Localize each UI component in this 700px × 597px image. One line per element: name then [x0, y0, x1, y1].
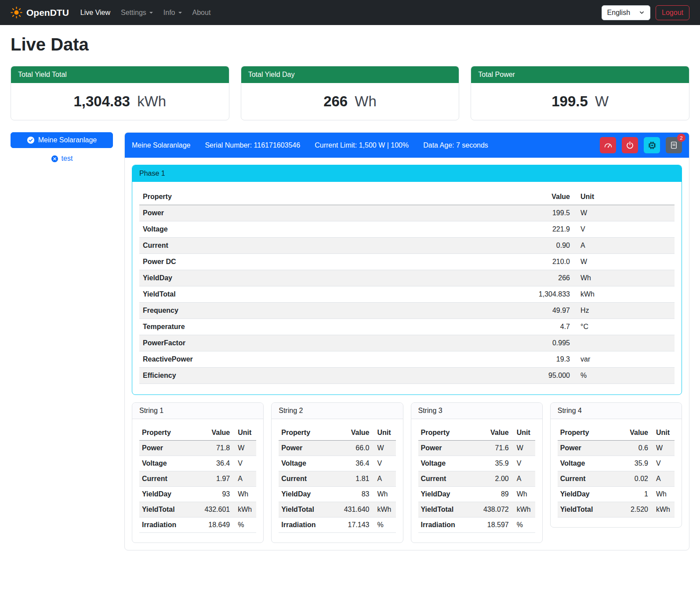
nav-item-about[interactable]: About [187, 5, 216, 20]
table-row: Current 1.81 A [279, 471, 395, 487]
row-property: Power [418, 441, 471, 456]
table-row: YieldTotal 432.601 kWh [139, 502, 256, 517]
col-property: Property [139, 425, 192, 441]
logout-button[interactable]: Logout [656, 5, 689, 20]
row-value: 210.0 [399, 254, 573, 270]
row-value: 71.6 [471, 441, 511, 456]
row-value: 1.81 [331, 471, 372, 487]
page-container: Live Data Total Yield Total 1,304.83 kWh… [0, 35, 700, 562]
nav-item-info[interactable]: Info [158, 5, 187, 20]
row-property: Power [558, 441, 615, 456]
row-unit [573, 335, 675, 351]
power-toggle-button[interactable] [622, 137, 638, 153]
row-value: 18.597 [471, 517, 511, 533]
row-value: 18.649 [192, 517, 233, 533]
sidebar-item-test-label: test [62, 155, 73, 163]
col-property: Property [558, 425, 615, 441]
string-table: Property Value Unit Power [558, 425, 675, 517]
sidebar-item-test[interactable]: test [11, 155, 113, 163]
row-unit: var [573, 351, 675, 368]
row-unit: Wh [651, 487, 675, 502]
limit-settings-button[interactable] [600, 137, 616, 153]
table-row: YieldDay 93 Wh [139, 487, 256, 502]
col-property: Property [418, 425, 471, 441]
row-unit: A [511, 471, 535, 487]
row-value: 0.6 [615, 441, 651, 456]
row-property: Irradiation [139, 517, 192, 533]
event-log-button[interactable]: 2 [666, 137, 682, 153]
phase-body: Property Value Unit Power [132, 182, 682, 394]
row-value: 438.072 [471, 502, 511, 517]
row-value: 36.4 [192, 456, 233, 471]
row-value: 36.4 [331, 456, 372, 471]
summary-card-title: Total Power [471, 66, 689, 83]
language-select-value: English [607, 9, 630, 17]
summary-card-total-power: Total Power 199.5 W [471, 66, 689, 120]
row-property: YieldDay [418, 487, 471, 502]
col-unit: Unit [372, 425, 396, 441]
table-row: Voltage 36.4 V [279, 456, 395, 471]
sidebar-item-inverter[interactable]: Meine Solaranlage [11, 132, 113, 148]
row-unit: Wh [573, 270, 675, 286]
row-unit: kWh [232, 502, 256, 517]
row-unit: kWh [573, 286, 675, 303]
table-row: Efficiency 95.000 % [139, 368, 675, 384]
summary-card-body: 199.5 W [471, 83, 689, 120]
brand-label: OpenDTU [26, 7, 69, 18]
row-value: 1,304.833 [399, 286, 573, 303]
row-value: 4.7 [399, 319, 573, 335]
table-row: Power 66.0 W [279, 441, 395, 456]
nav-item-settings-label: Settings [121, 9, 146, 17]
summary-card-title: Total Yield Total [11, 66, 229, 83]
row-unit: °C [573, 319, 675, 335]
nav-item-settings[interactable]: Settings [116, 5, 158, 20]
table-row: Current 0.90 A [139, 238, 675, 254]
page-title: Live Data [11, 35, 689, 54]
col-value: Value [399, 189, 573, 205]
language-select[interactable]: English [602, 5, 650, 20]
summary-unit: kWh [137, 93, 166, 109]
table-row: YieldTotal 2.520 kWh [558, 502, 675, 517]
row-property: YieldDay [558, 487, 615, 502]
summary-card-yield-total: Total Yield Total 1,304.83 kWh [11, 66, 229, 120]
table-row: Irradiation 18.597 % [418, 517, 535, 533]
table-row: Voltage 221.9 V [139, 221, 675, 238]
row-property: YieldDay [139, 270, 399, 286]
summary-unit: W [595, 93, 609, 109]
row-value: 83 [331, 487, 372, 502]
row-property: YieldDay [279, 487, 331, 502]
row-unit: V [372, 456, 396, 471]
string-table-body: Power 71.8 W Voltage 36.4 V [139, 441, 256, 533]
row-unit: V [573, 221, 675, 238]
row-value: 89 [471, 487, 511, 502]
row-property: YieldTotal [558, 502, 615, 517]
table-row: Power 71.6 W [418, 441, 535, 456]
table-row: YieldDay 89 Wh [418, 487, 535, 502]
caret-down-icon [149, 12, 153, 14]
row-value: 49.97 [399, 303, 573, 319]
row-property: Irradiation [279, 517, 331, 533]
row-property: ReactivePower [139, 351, 399, 368]
table-row: Voltage 36.4 V [139, 456, 256, 471]
inverter-action-buttons: 2 [600, 137, 682, 153]
col-value: Value [615, 425, 651, 441]
device-info-button[interactable] [644, 137, 660, 153]
row-unit: A [232, 471, 256, 487]
col-property: Property [279, 425, 331, 441]
col-unit: Unit [651, 425, 675, 441]
caret-down-icon [178, 12, 182, 14]
brand[interactable]: OpenDTU [11, 7, 69, 18]
nav-item-live-view[interactable]: Live View [75, 5, 116, 20]
row-property: Temperature [139, 319, 399, 335]
table-row: Power DC 210.0 W [139, 254, 675, 270]
row-value: 1.97 [192, 471, 233, 487]
journal-icon [670, 141, 678, 149]
row-unit: kWh [511, 502, 535, 517]
row-property: Voltage [418, 456, 471, 471]
phase-card: Phase 1 Property Value Unit [132, 165, 682, 395]
string-title: String 4 [551, 403, 682, 419]
row-value: 1 [615, 487, 651, 502]
inverter-panel: Meine Solaranlage Serial Number: 1161716… [124, 132, 689, 550]
row-unit: kWh [372, 502, 396, 517]
row-unit: Wh [232, 487, 256, 502]
